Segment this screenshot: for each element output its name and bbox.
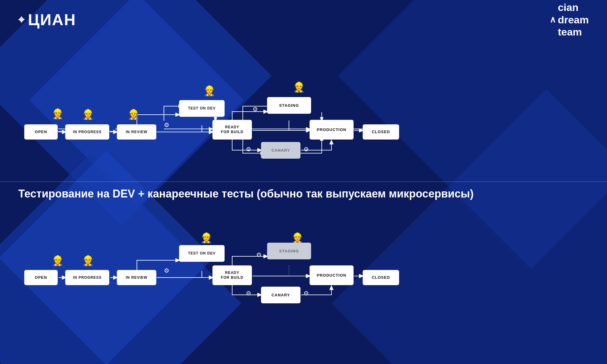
node-staging-bottom: STAGING bbox=[267, 243, 311, 259]
node-inreview-top: IN REVIEW bbox=[117, 124, 156, 140]
logo-icon: ⌖ bbox=[18, 13, 24, 26]
node-canary-bottom: CANARY bbox=[261, 287, 300, 303]
logo-text: ЦИАН bbox=[28, 11, 76, 29]
node-inreview-bottom: IN REVIEW bbox=[117, 270, 156, 285]
worker-staging-bottom: 👷 bbox=[291, 232, 304, 244]
logo-left: ⌖ ЦИАН bbox=[18, 11, 76, 29]
node-production-bottom: PRODUCTION bbox=[310, 265, 354, 285]
worker-open-top: 👷 bbox=[52, 108, 64, 120]
node-inprogress-bottom: IN PROGRESS bbox=[65, 270, 109, 285]
section-label: Тестирование на DEV + канареечные тесты … bbox=[18, 187, 473, 200]
header: ⌖ ЦИАН ∧ cian dream team bbox=[0, 0, 607, 39]
gear-staging-bottom: ⚙ bbox=[256, 251, 262, 258]
bottom-arrows-svg bbox=[0, 0, 607, 364]
node-inprogress-top: IN PROGRESS bbox=[65, 124, 109, 140]
worker-inprogress-top: 👷 bbox=[82, 109, 94, 120]
gear-canary-left-top: ⚙ bbox=[246, 146, 251, 153]
node-testondev-top: TEST ON DEV bbox=[179, 100, 225, 117]
node-staging-top: STAGING bbox=[267, 97, 311, 114]
right-logo-text: cian dream team bbox=[558, 1, 589, 38]
worker-staging-top: 👷 bbox=[293, 81, 305, 93]
node-readyforbuild-top: READYFOR BUILD bbox=[212, 120, 252, 140]
worker-inreview-top: 👷 bbox=[127, 109, 140, 120]
node-open-top: OPEN bbox=[24, 124, 58, 140]
arrow-open-inprogress-top bbox=[58, 130, 66, 133]
node-testondev-bottom: TEST ON DEV bbox=[179, 245, 225, 262]
node-canary-top: CANARY bbox=[261, 142, 300, 159]
section-divider bbox=[0, 181, 607, 182]
worker-testondev-top: 👷 bbox=[203, 85, 215, 96]
gear-inreview-bottom: ⚙ bbox=[164, 267, 169, 274]
node-closed-bottom: CLOSED bbox=[363, 270, 399, 285]
worker-testondev-bottom: 👷 bbox=[200, 232, 212, 244]
gear-canary-right-top: ⚙ bbox=[304, 146, 309, 153]
svg-marker-8 bbox=[114, 130, 117, 133]
node-production-top: PRODUCTION bbox=[310, 120, 354, 140]
chevron-icon: ∧ bbox=[550, 15, 556, 25]
background-shapes bbox=[0, 0, 607, 364]
gear-canary-left-bottom: ⚙ bbox=[246, 290, 251, 297]
worker-open-bottom: 👷 bbox=[52, 255, 64, 266]
node-readyforbuild-bottom: READYFOR BUILD bbox=[212, 265, 252, 285]
node-closed-top: CLOSED bbox=[363, 124, 399, 140]
gear-canary-right-bottom: ⚙ bbox=[304, 290, 309, 297]
worker-inprogress-bottom: 👷 bbox=[82, 255, 94, 266]
arrow-inprogress-inreview-top bbox=[109, 130, 118, 133]
node-open-bottom: OPEN bbox=[24, 270, 58, 285]
gear-inreview-top: ⚙ bbox=[164, 121, 169, 129]
gear-staging-top: ⚙ bbox=[253, 106, 258, 113]
logo-right: ∧ cian dream team bbox=[550, 1, 589, 38]
